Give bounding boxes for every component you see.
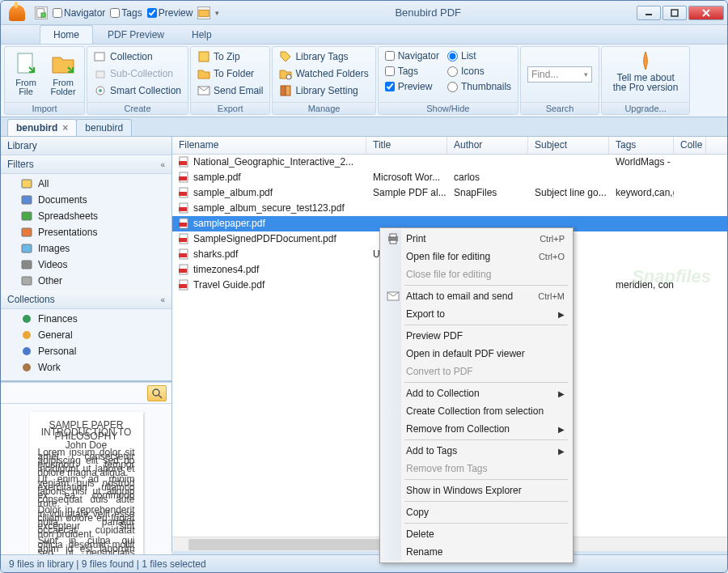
svg-line-29 [159, 395, 162, 398]
file-import-icon [13, 51, 39, 77]
svg-rect-33 [179, 176, 187, 180]
context-menu-item[interactable]: Copy [382, 503, 571, 521]
preview-checkbox[interactable]: Preview [382, 79, 442, 94]
preview-zoom-button[interactable] [147, 385, 167, 401]
preview-toolbar [1, 383, 171, 404]
svg-point-14 [286, 74, 291, 79]
tab-home[interactable]: Home [40, 25, 93, 44]
svg-rect-45 [179, 269, 187, 273]
list-radio[interactable]: List [444, 49, 514, 63]
email-icon [197, 84, 210, 97]
col-subject[interactable]: Subject [528, 137, 609, 154]
context-menu-item[interactable]: Show in Windows Explorer [382, 482, 571, 499]
filter-item[interactable]: Images [1, 240, 171, 257]
zip-icon [197, 50, 210, 63]
context-menu-item: Close file for editing [382, 265, 571, 283]
svg-rect-37 [179, 207, 187, 211]
context-menu-item[interactable]: Remove from Collection▶ [382, 420, 571, 438]
chevron-icon: « [160, 295, 165, 304]
to-folder-button[interactable]: To Folder [194, 66, 266, 82]
filter-item[interactable]: Videos [1, 257, 171, 273]
col-title[interactable]: Title [366, 137, 447, 154]
qat-new-icon[interactable] [35, 6, 48, 19]
library-setting-button[interactable]: Library Setting [276, 83, 371, 99]
tab-help[interactable]: Help [179, 26, 225, 44]
context-menu-item[interactable]: Rename [382, 543, 571, 561]
tab-pdf-preview[interactable]: PDF Preview [95, 26, 177, 44]
upgrade-button[interactable]: Tell me about the Pro version [605, 49, 686, 94]
tags-checkbox[interactable]: Tags [382, 64, 442, 79]
library-tags-button[interactable]: Library Tags [276, 49, 371, 65]
context-menu-item[interactable]: Open file for editingCtrl+O [382, 248, 571, 265]
file-row[interactable]: sample.pdfMicrosoft Wor...carlos [172, 170, 727, 185]
sidebar: Library Filters« AllDocumentsSpreadsheet… [1, 137, 172, 551]
filter-item[interactable]: Presentations [1, 224, 171, 240]
quick-access-toolbar: Navigator Tags Preview ▾ [35, 6, 219, 19]
qat-preview-toggle[interactable]: Preview [147, 7, 193, 19]
filter-icon [20, 226, 33, 239]
context-menu-item[interactable]: Create Collection from selection [382, 402, 571, 420]
qat-folder-icon[interactable] [197, 6, 210, 19]
search-input[interactable]: Find...▾ [527, 66, 592, 83]
maximize-button[interactable] [662, 6, 687, 20]
filter-item[interactable]: All [1, 176, 171, 192]
context-menu-item[interactable]: Open in default PDF viewer [382, 345, 571, 363]
svg-rect-31 [179, 161, 187, 165]
collection-item[interactable]: Finances [1, 311, 171, 327]
ribbon-group-manage: Library Tags Watched Folders Library Set… [272, 46, 375, 115]
collection-item[interactable]: General [1, 327, 171, 343]
close-tab-icon[interactable]: × [62, 122, 68, 134]
context-menu-item[interactable]: Add to Tags▶ [382, 442, 571, 460]
svg-rect-16 [286, 86, 290, 96]
send-email-button[interactable]: Send Email [194, 83, 266, 99]
sub-collection-icon [94, 67, 107, 80]
pdf-icon [179, 279, 190, 291]
context-menu-item[interactable]: Delete [382, 525, 571, 543]
file-row[interactable]: sample_album.pdfSample PDF al...SnapFile… [172, 185, 727, 201]
col-filename[interactable]: Filename [172, 137, 366, 154]
file-row[interactable]: National_Geographic_Interactive_2...Worl… [172, 155, 727, 170]
minimize-button[interactable] [637, 6, 661, 20]
collection-button[interactable]: Collection [91, 49, 184, 65]
collection-icon [20, 312, 33, 325]
qat-navigator-toggle[interactable]: Navigator [53, 7, 105, 19]
doc-tab-1[interactable]: benubird× [7, 119, 77, 136]
doc-tab-2[interactable]: benubird [76, 119, 132, 136]
context-menu-item[interactable]: Attach to email and sendCtrl+M [382, 287, 571, 305]
svg-rect-19 [22, 212, 32, 220]
smart-collection-button[interactable]: Smart Collection [91, 83, 184, 99]
context-menu-item[interactable]: Add to Collection▶ [382, 384, 571, 402]
col-tags[interactable]: Tags [609, 137, 674, 154]
col-author[interactable]: Author [447, 137, 528, 154]
from-folder-button[interactable]: From Folder [45, 49, 81, 99]
collection-item[interactable]: Personal [1, 343, 171, 359]
context-menu-item[interactable]: Preview PDF [382, 327, 571, 345]
filter-icon [20, 242, 33, 255]
icons-radio[interactable]: Icons [444, 64, 514, 79]
from-file-button[interactable]: From File [8, 49, 44, 99]
smart-collection-icon [94, 84, 107, 97]
context-menu-item[interactable]: PrintCtrl+P [382, 230, 571, 248]
file-row[interactable]: sample_album_secure_test123.pdf [172, 201, 727, 216]
watched-icon [279, 67, 292, 80]
context-menu-item[interactable]: Export to▶ [382, 305, 571, 323]
svg-rect-9 [96, 71, 104, 78]
collections-header[interactable]: Collections« [1, 291, 171, 309]
filter-item[interactable]: Documents [1, 192, 171, 208]
thumbnails-radio[interactable]: Thumbnails [444, 79, 514, 94]
pdf-icon [179, 248, 190, 260]
filter-item[interactable]: Spreadsheets [1, 208, 171, 224]
close-button[interactable] [688, 6, 724, 20]
watched-folders-button[interactable]: Watched Folders [276, 66, 371, 82]
context-menu-item: Remove from Tags [382, 460, 571, 478]
filter-item[interactable]: Other [1, 273, 171, 289]
to-zip-button[interactable]: To Zip [194, 49, 266, 65]
pdf-icon [179, 202, 190, 214]
col-colle[interactable]: Colle [674, 137, 706, 154]
filters-header[interactable]: Filters« [1, 155, 171, 174]
navigator-checkbox[interactable]: Navigator [382, 49, 442, 63]
app-icon[interactable] [9, 5, 25, 21]
collection-item[interactable]: Work [1, 359, 171, 376]
qat-tags-toggle[interactable]: Tags [110, 7, 142, 19]
preview-document[interactable]: SAMPLE PAPER INTRODUCTION TO PHILOSOPHY … [1, 404, 171, 573]
